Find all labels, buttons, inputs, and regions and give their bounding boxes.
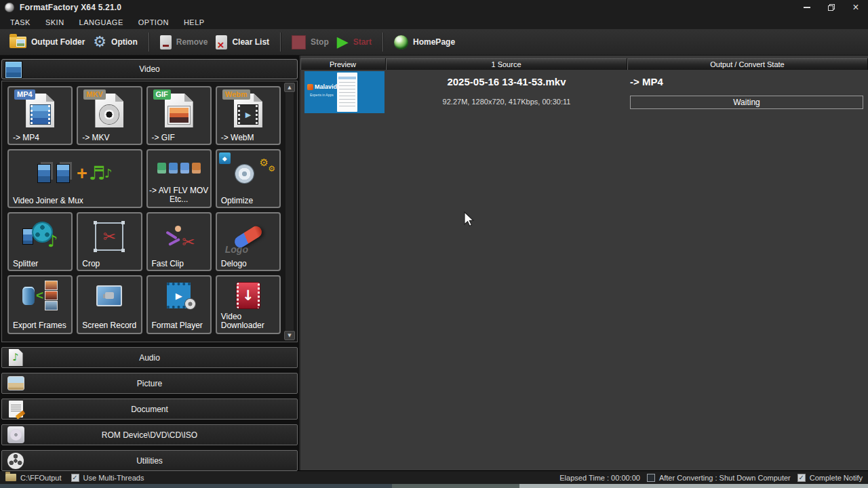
video-downloader-icon bbox=[217, 280, 279, 311]
tile-splitter[interactable]: Splitter bbox=[7, 212, 73, 271]
stop-button[interactable]: Stop bbox=[288, 33, 333, 52]
category-document[interactable]: Document bbox=[1, 399, 298, 420]
category-label: Utilities bbox=[136, 456, 163, 466]
menu-skin[interactable]: SKIN bbox=[38, 16, 72, 28]
webm-badge: Webm bbox=[222, 89, 250, 100]
category-label: Document bbox=[131, 405, 168, 414]
minimize-button[interactable] bbox=[795, 0, 819, 15]
minimize-icon bbox=[804, 7, 810, 8]
category-label: Audio bbox=[139, 353, 160, 363]
scrollbar-track[interactable] bbox=[285, 93, 294, 330]
taskbar-segment bbox=[519, 484, 868, 488]
tile-format-player[interactable]: Format Player bbox=[146, 275, 212, 334]
tile-to-mp4[interactable]: MP4 -> MP4 bbox=[7, 86, 73, 145]
taskbar-strip bbox=[0, 484, 868, 488]
tile-crop[interactable]: Crop bbox=[77, 212, 142, 271]
output-folder-button[interactable]: Output Folder bbox=[5, 34, 89, 51]
tile-label: Format Player bbox=[152, 321, 208, 330]
start-play-icon bbox=[337, 35, 349, 49]
column-header-preview[interactable]: Preview bbox=[300, 58, 386, 70]
menubar: TASK SKIN LANGUAGE OPTION HELP bbox=[0, 15, 868, 29]
tile-label: Screen Record bbox=[82, 321, 138, 330]
tile-to-gif[interactable]: GIF -> GIF bbox=[146, 86, 212, 145]
joiner-mux-icon: + bbox=[9, 154, 141, 193]
category-utilities[interactable]: Utilities bbox=[1, 450, 298, 471]
scroll-down-icon bbox=[288, 333, 291, 338]
scroll-up-button[interactable] bbox=[284, 83, 295, 92]
scroll-down-button[interactable] bbox=[284, 331, 295, 340]
homepage-globe-icon bbox=[394, 35, 408, 49]
option-label: Option bbox=[111, 37, 138, 47]
column-header-output[interactable]: Output / Convert State bbox=[627, 58, 868, 70]
screen-record-icon bbox=[78, 280, 140, 311]
category-rom-device[interactable]: ROM Device\DVD\CD\ISO bbox=[1, 424, 298, 445]
picture-icon bbox=[7, 375, 24, 392]
toolbar-separator bbox=[280, 33, 281, 52]
tile-to-mkv[interactable]: MKV -> MKV bbox=[77, 86, 142, 145]
homepage-button[interactable]: HomePage bbox=[390, 33, 459, 52]
tile-export-frames[interactable]: < Export Frames bbox=[7, 275, 73, 334]
multithreads-checkbox[interactable] bbox=[71, 474, 79, 482]
complete-notify-checkbox[interactable] bbox=[797, 474, 806, 482]
shutdown-label: After Converting : Shut Down Computer bbox=[659, 474, 791, 482]
check-icon bbox=[799, 474, 804, 481]
stop-square-icon bbox=[292, 35, 306, 49]
category-picture[interactable]: Picture bbox=[1, 373, 298, 394]
tile-label: Splitter bbox=[13, 260, 69, 268]
thumbnail-brand: Malavida bbox=[307, 83, 340, 90]
category-label: ROM Device\DVD\CD\ISO bbox=[102, 430, 197, 440]
menu-task[interactable]: TASK bbox=[3, 16, 38, 28]
file-list-pane: Preview 1 Source Output / Convert State … bbox=[300, 56, 868, 470]
convert-state-label: Waiting bbox=[733, 98, 760, 107]
remove-button[interactable]: Remove bbox=[156, 33, 212, 52]
mkv-badge: MKV bbox=[83, 89, 105, 100]
menu-option[interactable]: OPTION bbox=[131, 16, 176, 28]
tile-video-joiner-mux[interactable]: + Video Joiner & Mux bbox=[7, 149, 142, 208]
start-button[interactable]: Start bbox=[333, 32, 376, 52]
elapsed-time: Elapsed Time : 00:00:00 bbox=[559, 474, 640, 482]
tile-screen-record[interactable]: Screen Record bbox=[77, 275, 142, 334]
tile-label: Optimize bbox=[221, 197, 277, 205]
titlebar: FormatFactory X64 5.21.0 bbox=[0, 0, 868, 15]
remove-label: Remove bbox=[176, 37, 208, 47]
tile-delogo[interactable]: Logo Delogo bbox=[216, 212, 281, 271]
clear-list-label: Clear List bbox=[232, 37, 269, 47]
scroll-up-icon bbox=[288, 85, 291, 90]
category-audio[interactable]: Audio bbox=[1, 347, 298, 368]
export-frames-icon: < bbox=[9, 280, 71, 311]
tile-optimize[interactable]: ◆ Optimize bbox=[216, 149, 281, 208]
tile-to-avi-flv-mov[interactable]: -> AVI FLV MOV Etc... bbox=[146, 149, 212, 208]
remove-file-icon bbox=[160, 35, 172, 49]
close-button[interactable] bbox=[844, 0, 868, 15]
main-area: Video MP4 -> MP4 MKV bbox=[0, 56, 868, 470]
shutdown-checkbox[interactable] bbox=[647, 474, 655, 482]
tile-to-webm[interactable]: Webm -> WebM bbox=[216, 86, 281, 145]
rom-disc-icon bbox=[7, 426, 24, 444]
splitter-icon bbox=[9, 217, 71, 256]
optimize-corner-badge-icon: ◆ bbox=[219, 152, 231, 164]
toolbar: Output Folder Option Remove × Clear List… bbox=[0, 29, 868, 56]
column-header-source[interactable]: 1 Source bbox=[386, 58, 627, 70]
source-file-name: 2025-05-16 13-41-53.mkv bbox=[386, 76, 627, 87]
clear-list-icon: × bbox=[216, 35, 227, 49]
thumbnail-screenshot bbox=[337, 73, 357, 112]
menu-help[interactable]: HELP bbox=[176, 16, 212, 28]
complete-notify-label: Complete Notify bbox=[810, 474, 863, 482]
clear-list-button[interactable]: × Clear List bbox=[212, 33, 273, 52]
audio-icon bbox=[7, 349, 24, 367]
video-header-label: Video bbox=[139, 64, 159, 74]
option-button[interactable]: Option bbox=[89, 32, 141, 52]
output-path[interactable]: C:\FFOutput bbox=[20, 474, 62, 482]
window-title: FormatFactory X64 5.21.0 bbox=[20, 3, 121, 12]
tile-video-downloader[interactable]: Video Downloader bbox=[216, 275, 281, 334]
multithreads-label: Use Multi-Threads bbox=[83, 474, 144, 482]
menu-language[interactable]: LANGUAGE bbox=[72, 16, 131, 28]
output-format: -> MP4 bbox=[630, 76, 663, 87]
file-row[interactable]: Malavida Experts in Apps 2025-05-16 13-4… bbox=[300, 70, 868, 119]
tile-label: Delogo bbox=[221, 260, 277, 268]
tile-fast-clip[interactable]: Fast Clip bbox=[146, 212, 212, 271]
option-gear-icon bbox=[93, 35, 106, 49]
restore-button[interactable] bbox=[819, 0, 844, 15]
category-video-header[interactable]: Video bbox=[1, 59, 298, 79]
tile-label: -> MP4 bbox=[13, 134, 69, 142]
